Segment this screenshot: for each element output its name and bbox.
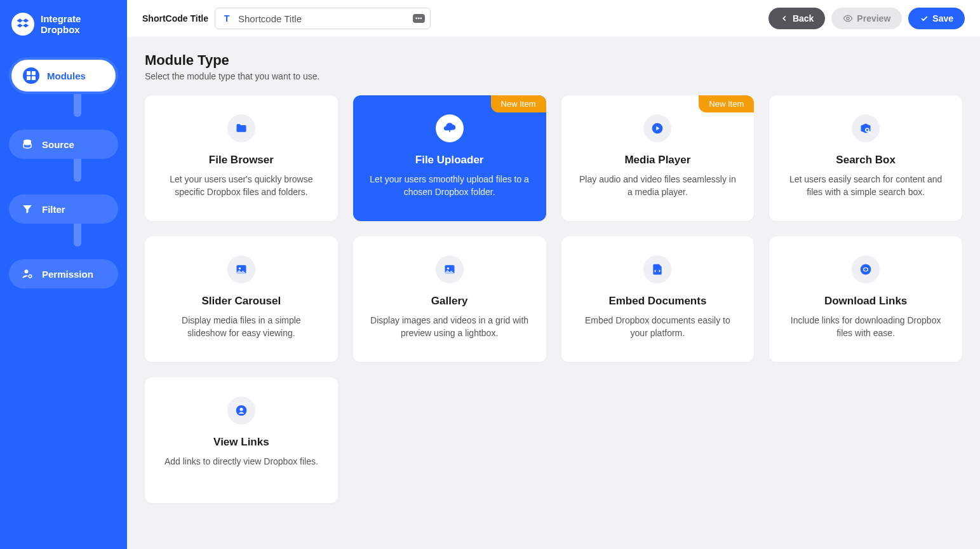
module-card-title: Search Box bbox=[836, 154, 896, 166]
image-icon bbox=[227, 255, 255, 283]
module-card-desc: Include links for downloading Dropbox fi… bbox=[786, 314, 946, 340]
module-card[interactable]: New ItemFile UploaderLet your users smoo… bbox=[353, 95, 546, 221]
module-card-desc: Add links to directly view Dropbox files… bbox=[164, 455, 318, 468]
keyboard-hint-icon: ••• bbox=[413, 14, 425, 23]
folder-icon bbox=[227, 114, 255, 142]
module-card-title: Media Player bbox=[624, 154, 690, 166]
svg-point-11 bbox=[239, 268, 241, 269]
sidebar-item-label: Modules bbox=[47, 71, 86, 81]
svg-point-13 bbox=[446, 268, 448, 269]
svg-point-6 bbox=[29, 275, 32, 278]
check-icon bbox=[920, 14, 929, 23]
sidebar-item-label: Source bbox=[42, 139, 74, 150]
play-icon bbox=[643, 114, 671, 142]
sidebar: Integrate Dropbox Modules Source Filter … bbox=[0, 0, 127, 549]
svg-point-14 bbox=[861, 264, 871, 275]
back-button[interactable]: Back bbox=[769, 8, 825, 29]
module-card[interactable]: Slider CarouselDisplay media files in a … bbox=[145, 236, 338, 362]
eye-icon bbox=[843, 13, 853, 24]
grid-icon bbox=[23, 67, 39, 84]
module-card[interactable]: View LinksAdd links to directly view Dro… bbox=[145, 377, 338, 503]
section-heading: Module Type bbox=[145, 52, 962, 69]
svg-rect-0 bbox=[27, 71, 30, 75]
module-card[interactable]: Download LinksInclude links for download… bbox=[769, 236, 962, 362]
module-card-title: File Uploader bbox=[415, 154, 484, 166]
module-card-title: Gallery bbox=[431, 295, 468, 308]
sidebar-item-filter[interactable]: Filter bbox=[9, 194, 118, 224]
svg-rect-3 bbox=[32, 76, 36, 80]
brand-logo: Integrate Dropbox bbox=[9, 13, 118, 36]
view-link-icon bbox=[227, 396, 255, 424]
module-card-desc: Embed Dropbox documents easily to your p… bbox=[578, 314, 738, 340]
module-card[interactable]: File BrowserLet your users user's quickl… bbox=[145, 95, 338, 221]
module-card-title: Slider Carousel bbox=[202, 295, 281, 308]
module-card-desc: Let your users user's quickly browse spe… bbox=[161, 173, 321, 199]
sidebar-item-modules[interactable]: Modules bbox=[9, 57, 118, 94]
module-card-desc: Play audio and video files seamlessly in… bbox=[578, 173, 738, 199]
module-card[interactable]: Search BoxLet users easily search for co… bbox=[769, 95, 962, 221]
topbar: ShortCode Title T ••• Back Preview Save bbox=[127, 0, 980, 37]
section-subheading: Select the module type that you want to … bbox=[145, 71, 962, 81]
shortcode-title-label: ShortCode Title bbox=[142, 13, 208, 24]
main-area: ShortCode Title T ••• Back Preview Save … bbox=[127, 0, 980, 549]
shortcode-title-field[interactable]: T ••• bbox=[215, 8, 431, 29]
module-card[interactable]: GalleryDisplay images and videos in a gr… bbox=[353, 236, 546, 362]
svg-point-7 bbox=[847, 17, 849, 20]
module-card-title: View Links bbox=[213, 436, 269, 449]
svg-point-5 bbox=[25, 269, 29, 273]
content-area: Module Type Select the module type that … bbox=[127, 37, 980, 549]
download-link-icon bbox=[852, 255, 880, 283]
code-file-icon bbox=[643, 255, 671, 283]
database-icon bbox=[20, 137, 34, 151]
module-card[interactable]: Embed DocumentsEmbed Dropbox documents e… bbox=[561, 236, 755, 362]
save-button-label: Save bbox=[932, 13, 953, 24]
shortcode-title-input[interactable] bbox=[238, 13, 413, 24]
sidebar-item-label: Permission bbox=[42, 269, 93, 280]
module-card-desc: Display media files in a simple slidesho… bbox=[161, 314, 321, 340]
text-prefix-icon: T bbox=[220, 12, 233, 25]
svg-point-16 bbox=[239, 408, 243, 411]
svg-rect-2 bbox=[27, 76, 30, 80]
back-button-label: Back bbox=[793, 13, 814, 24]
module-card-title: File Browser bbox=[209, 154, 274, 166]
module-card-desc: Display images and videos in a grid with… bbox=[370, 314, 530, 340]
upload-icon bbox=[436, 114, 464, 142]
new-item-badge: New Item bbox=[699, 95, 754, 112]
preview-button: Preview bbox=[831, 8, 902, 29]
funnel-icon bbox=[20, 202, 34, 216]
section-header: Module Type Select the module type that … bbox=[145, 52, 962, 81]
module-card-desc: Let your users smoothly upload files to … bbox=[370, 173, 530, 199]
image-icon bbox=[436, 255, 464, 283]
dropbox-icon bbox=[16, 17, 30, 31]
module-card-title: Download Links bbox=[824, 295, 907, 308]
brand-logo-icon bbox=[11, 13, 34, 36]
save-button[interactable]: Save bbox=[908, 8, 965, 29]
chevron-left-icon bbox=[780, 14, 789, 23]
sidebar-item-permission[interactable]: Permission bbox=[9, 259, 118, 288]
sidebar-connector bbox=[9, 165, 118, 188]
box-search-icon bbox=[852, 114, 880, 142]
module-card[interactable]: New ItemMedia PlayerPlay audio and video… bbox=[561, 95, 755, 221]
module-card-title: Embed Documents bbox=[608, 295, 706, 308]
svg-rect-1 bbox=[32, 71, 36, 75]
module-card-desc: Let users easily search for content and … bbox=[786, 173, 946, 199]
sidebar-connector bbox=[9, 230, 118, 253]
sidebar-item-source[interactable]: Source bbox=[9, 130, 118, 159]
sidebar-connector bbox=[9, 100, 118, 123]
module-grid: File BrowserLet your users user's quickl… bbox=[145, 95, 962, 503]
new-item-badge: New Item bbox=[491, 95, 546, 112]
preview-button-label: Preview bbox=[857, 13, 890, 24]
sidebar-item-label: Filter bbox=[42, 204, 65, 215]
brand-name: Integrate Dropbox bbox=[41, 13, 81, 36]
user-cog-icon bbox=[20, 267, 34, 281]
